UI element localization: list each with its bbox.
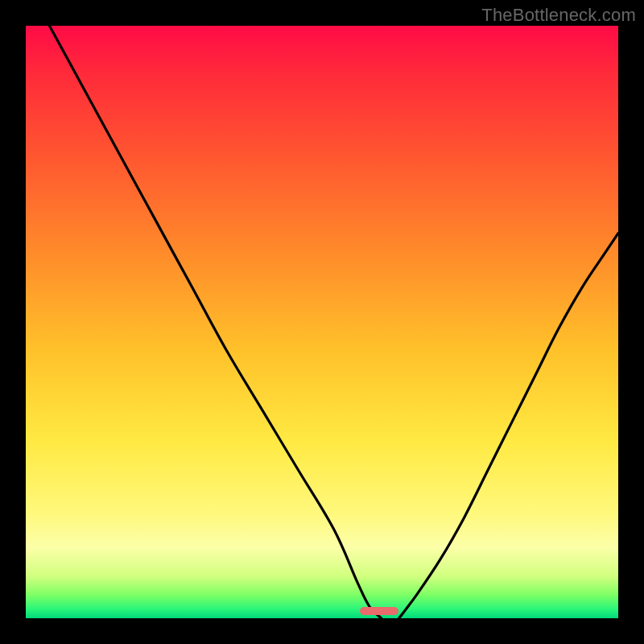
chart-frame: TheBottleneck.com xyxy=(0,0,644,644)
flat-region-marker xyxy=(360,607,398,615)
watermark-text: TheBottleneck.com xyxy=(481,5,636,26)
bottleneck-curve xyxy=(26,26,618,618)
right-curve xyxy=(399,233,618,618)
left-curve xyxy=(49,26,381,618)
plot-area xyxy=(26,26,618,618)
